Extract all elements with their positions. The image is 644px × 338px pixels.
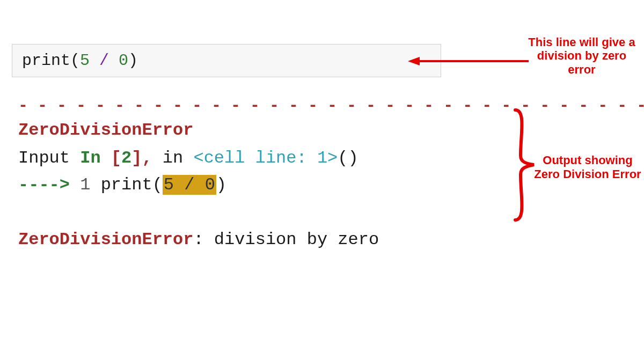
- traceback-rparen: ): [216, 175, 226, 195]
- traceback-highlighted-expr: 5 / 0: [163, 175, 216, 195]
- traceback-lparen: (: [152, 175, 163, 195]
- traceback-arrow: ---->: [18, 175, 80, 195]
- error-colon: :: [193, 230, 214, 249]
- traceback-rbracket: ]: [131, 148, 142, 168]
- code-token-rparen: ): [128, 52, 138, 70]
- curly-brace-icon: [510, 107, 537, 223]
- annotation-input-explainer: This line will give a division by zero e…: [528, 35, 635, 76]
- error-message: division by zero: [214, 230, 379, 249]
- traceback-parens: (): [338, 148, 358, 168]
- code-input-cell[interactable]: print(5 / 0): [12, 44, 441, 77]
- traceback-func: print: [101, 175, 152, 195]
- traceback-input-prefix: Input: [18, 148, 80, 168]
- code-token-function: print: [22, 52, 70, 70]
- traceback-arrow-line: ----> 1 print(5 / 0): [18, 175, 226, 195]
- traceback-in-keyword: In: [80, 148, 111, 168]
- code-token-space: [90, 52, 99, 70]
- annotation-arrow-icon: [408, 56, 529, 67]
- svg-marker-1: [408, 57, 420, 65]
- code-token-number: 5: [80, 52, 90, 70]
- code-token-operator: /: [99, 52, 109, 70]
- traceback-comma: ,: [142, 148, 152, 168]
- error-message-line: ZeroDivisionError: division by zero: [18, 230, 379, 249]
- traceback-in-word: in: [152, 148, 194, 168]
- traceback-lbracket: [: [111, 148, 121, 168]
- traceback-input-line: Input In [2], in <cell line: 1>(): [18, 148, 358, 168]
- code-token-number: 0: [119, 52, 128, 70]
- traceback-cell-ref: <cell line: 1>: [193, 148, 338, 168]
- traceback-lineno: 1: [80, 175, 100, 195]
- error-class-name-final: ZeroDivisionError: [18, 230, 193, 249]
- traceback-cell-number: 2: [121, 148, 131, 168]
- error-separator: - - - - - - - - - - - - - - - - - - - - …: [18, 97, 644, 115]
- code-token-lparen: (: [70, 52, 80, 70]
- annotation-output-explainer: Output showing Zero Division Error: [531, 153, 644, 182]
- code-token-space: [109, 52, 119, 70]
- error-class-name: ZeroDivisionError: [18, 120, 193, 140]
